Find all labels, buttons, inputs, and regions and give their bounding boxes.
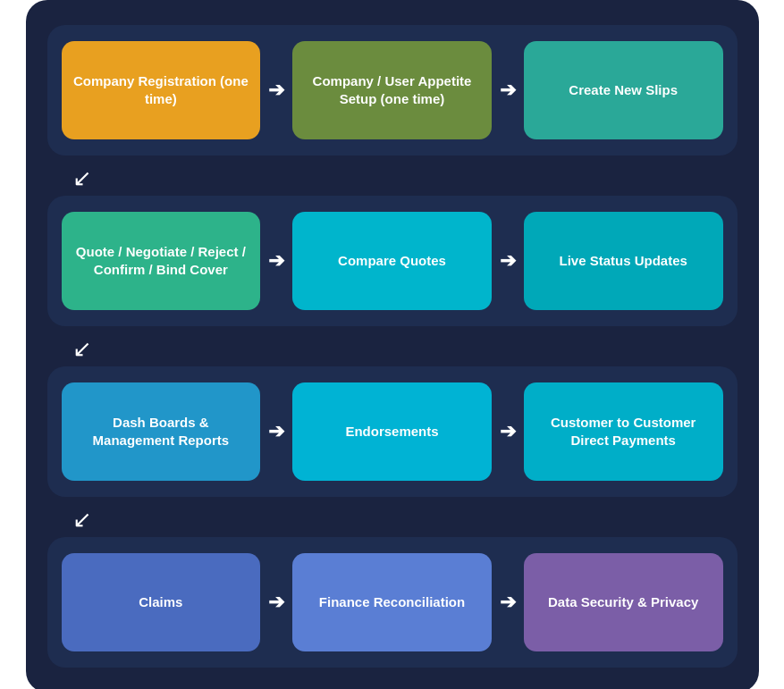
quote-negotiate-box: Quote / Negotiate / Reject / Confirm / B… bbox=[62, 212, 261, 310]
compare-quotes-box: Compare Quotes bbox=[292, 212, 492, 310]
arrow-3-2: ➔ bbox=[492, 420, 524, 443]
arrow-2-2: ➔ bbox=[492, 249, 524, 273]
data-security-box: Data Security & Privacy bbox=[524, 553, 723, 651]
connector-3-4: ↙ bbox=[47, 506, 738, 537]
finance-reconciliation-box: Finance Reconciliation bbox=[292, 553, 492, 651]
connector-2-3: ↙ bbox=[47, 335, 738, 366]
arrow-1-1: ➔ bbox=[260, 79, 292, 102]
arrow-1-2: ➔ bbox=[492, 79, 524, 102]
row-band-4: Claims ➔ Finance Reconciliation ➔ Data S… bbox=[47, 537, 738, 668]
arrow-4-2: ➔ bbox=[492, 591, 524, 614]
row-band-1: Company Registration (one time) ➔ Compan… bbox=[47, 25, 738, 155]
diagram-wrapper: Company Registration (one time) ➔ Compan… bbox=[26, 0, 759, 689]
claims-box: Claims bbox=[62, 553, 261, 651]
dashboards-box: Dash Boards & Management Reports bbox=[62, 382, 261, 481]
arrow-4-1: ➔ bbox=[260, 591, 292, 614]
arrow-2-1: ➔ bbox=[260, 249, 292, 273]
create-new-slips-box: Create New Slips bbox=[524, 41, 723, 139]
live-status-box: Live Status Updates bbox=[524, 212, 723, 310]
connector-1-2: ↙ bbox=[47, 164, 738, 196]
customer-payments-box: Customer to Customer Direct Payments bbox=[524, 382, 723, 481]
company-registration-box: Company Registration (one time) bbox=[62, 41, 261, 139]
arrow-3-1: ➔ bbox=[260, 420, 292, 443]
endorsements-box: Endorsements bbox=[292, 382, 492, 481]
company-appetite-box: Company / User Appetite Setup (one time) bbox=[292, 41, 492, 139]
row-band-3: Dash Boards & Management Reports ➔ Endor… bbox=[47, 366, 738, 497]
row-band-2: Quote / Negotiate / Reject / Confirm / B… bbox=[47, 196, 738, 326]
